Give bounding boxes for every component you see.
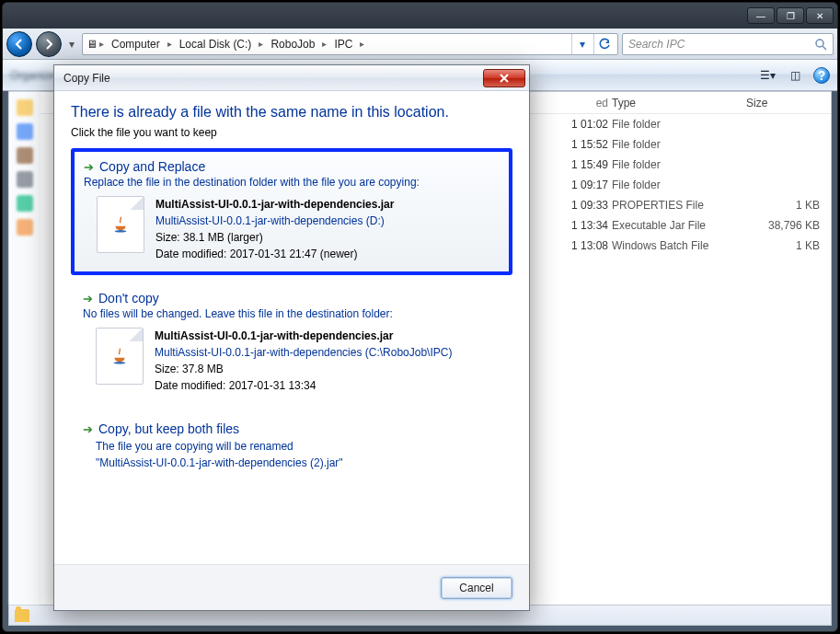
- file-location: MultiAssist-UI-0.0.1-jar-with-dependenci…: [155, 344, 452, 361]
- navigation-sidebar[interactable]: [9, 92, 40, 605]
- file-modified: Date modified: 2017-01-31 21:47 (newer): [155, 246, 394, 262]
- arrow-right-icon: ➔: [83, 292, 93, 305]
- window-close-button[interactable]: ✕: [806, 7, 834, 24]
- preview-pane-button[interactable]: ◫: [786, 66, 804, 85]
- cell-date: 1 09:17: [553, 179, 612, 191]
- arrow-right-icon: ➔: [83, 422, 93, 436]
- computer-icon: 🖥: [86, 38, 98, 51]
- drive-icon: [17, 219, 33, 236]
- file-modified: Date modified: 2017-01-31 13:34: [155, 377, 452, 394]
- option-title: Copy and Replace: [99, 159, 205, 174]
- address-breadcrumb[interactable]: 🖥 ▸ Computer ▸ Local Disk (C:) ▸ RoboJob…: [82, 33, 618, 55]
- option-dont-copy[interactable]: ➔ Don't copy No files will be changed. L…: [71, 281, 512, 406]
- arrow-right-icon: [42, 38, 55, 51]
- chevron-right-icon: ▸: [99, 39, 104, 49]
- option-description: Replace the file in the destination fold…: [84, 176, 500, 189]
- navigation-bar: ▾ 🖥 ▸ Computer ▸ Local Disk (C:) ▸ RoboJ…: [3, 29, 837, 60]
- cancel-button[interactable]: Cancel: [441, 577, 512, 599]
- cell-size: 38,796 KB: [746, 219, 831, 232]
- option-text-line: "MultiAssist-UI-0.0.1-jar-with-dependenc…: [83, 455, 501, 471]
- cell-type: File folder: [612, 138, 746, 151]
- minimize-icon: —: [756, 11, 765, 21]
- back-button[interactable]: [6, 31, 32, 57]
- dialog-body: There is already a file with the same na…: [54, 91, 529, 564]
- breadcrumb-item[interactable]: RoboJob: [265, 38, 320, 51]
- cell-date: 1 09:33: [553, 199, 612, 212]
- dialog-close-button[interactable]: [483, 69, 525, 87]
- arrow-left-icon: [13, 38, 26, 51]
- cell-type: File folder: [612, 158, 746, 171]
- column-size[interactable]: Size: [746, 97, 831, 110]
- window-minimize-button[interactable]: —: [747, 7, 775, 24]
- file-size: Size: 38.1 MB (larger): [155, 229, 394, 246]
- option-title: Don't copy: [98, 291, 159, 305]
- close-icon: ✕: [816, 11, 823, 21]
- file-thumbnail: [96, 328, 144, 385]
- cell-date: 1 13:34: [553, 219, 612, 232]
- favorites-icon: [17, 99, 33, 116]
- option-text-line: The file you are copying will be renamed: [83, 438, 501, 455]
- file-thumbnail: [97, 196, 144, 253]
- maximize-icon: ❐: [787, 11, 795, 21]
- option-description: No files will be changed. Leave this fil…: [83, 307, 501, 320]
- java-icon: [110, 214, 131, 235]
- cell-type: Windows Batch File: [612, 239, 746, 252]
- file-size: Size: 37.8 MB: [155, 361, 452, 377]
- arrow-right-icon: ➔: [84, 160, 94, 174]
- breadcrumb-item[interactable]: Computer: [106, 38, 166, 51]
- search-placeholder: Search IPC: [628, 38, 685, 51]
- libraries-icon: [17, 147, 33, 164]
- dialog-footer: Cancel: [54, 564, 529, 610]
- close-icon: [499, 73, 510, 84]
- forward-button[interactable]: [36, 31, 62, 57]
- cell-type: Executable Jar File: [612, 219, 746, 232]
- cell-type: PROPERTIES File: [612, 199, 746, 212]
- column-type[interactable]: Type: [612, 97, 746, 110]
- network-icon: [17, 195, 33, 212]
- dialog-title: Copy File: [63, 72, 110, 85]
- cell-date: 1 13:08: [553, 239, 612, 252]
- view-options-button[interactable]: ☰▾: [758, 66, 777, 85]
- cell-date: 1 15:52: [553, 138, 612, 151]
- file-location: MultiAssist-UI-0.0.1-jar-with-dependenci…: [155, 213, 394, 229]
- refresh-button[interactable]: [593, 34, 614, 54]
- dialog-heading: There is already a file with the same na…: [71, 104, 512, 121]
- option-keep-both[interactable]: ➔ Copy, but keep both files The file you…: [71, 411, 512, 483]
- chevron-right-icon: ▸: [322, 39, 327, 49]
- dialog-titlebar[interactable]: Copy File: [54, 65, 529, 91]
- column-date-suffix: ed: [553, 97, 612, 110]
- svg-line-1: [823, 46, 826, 50]
- refresh-icon: [598, 38, 611, 51]
- java-icon: [109, 346, 130, 366]
- dialog-subheading: Click the file you want to keep: [71, 126, 512, 139]
- file-name: MultiAssist-UI-0.0.1-jar-with-dependenci…: [155, 328, 452, 344]
- search-input[interactable]: Search IPC: [622, 33, 834, 55]
- chevron-right-icon: ▸: [259, 39, 263, 49]
- computer-icon: [17, 171, 33, 188]
- breadcrumb-item[interactable]: IPC: [328, 38, 358, 51]
- breadcrumb-item[interactable]: Local Disk (C:): [174, 38, 258, 51]
- nav-history-dropdown[interactable]: ▾: [65, 33, 78, 55]
- cell-size: 1 KB: [746, 199, 831, 212]
- chevron-right-icon: ▸: [167, 39, 172, 49]
- folder-icon: [15, 609, 29, 622]
- file-metadata: MultiAssist-UI-0.0.1-jar-with-dependenci…: [155, 196, 394, 262]
- option-title: Copy, but keep both files: [98, 421, 239, 436]
- search-icon: [814, 38, 827, 51]
- file-name: MultiAssist-UI-0.0.1-jar-with-dependenci…: [155, 196, 394, 213]
- svg-point-3: [114, 362, 126, 364]
- desktop-icon: [17, 123, 33, 140]
- cell-type: File folder: [612, 118, 746, 131]
- cell-date: 1 15:49: [553, 158, 612, 171]
- chevron-right-icon: ▸: [360, 39, 364, 49]
- option-copy-and-replace[interactable]: ➔ Copy and Replace Replace the file in t…: [71, 148, 512, 275]
- window-titlebar[interactable]: — ❐ ✕: [3, 3, 837, 29]
- help-button[interactable]: ?: [813, 67, 830, 84]
- svg-point-0: [816, 40, 823, 47]
- copy-file-dialog: Copy File There is already a file with t…: [53, 64, 530, 611]
- cell-type: File folder: [612, 179, 746, 191]
- address-dropdown[interactable]: ▾: [571, 34, 592, 54]
- cell-date: 1 01:02: [553, 118, 612, 131]
- cell-size: 1 KB: [746, 239, 831, 252]
- window-maximize-button[interactable]: ❐: [777, 7, 804, 24]
